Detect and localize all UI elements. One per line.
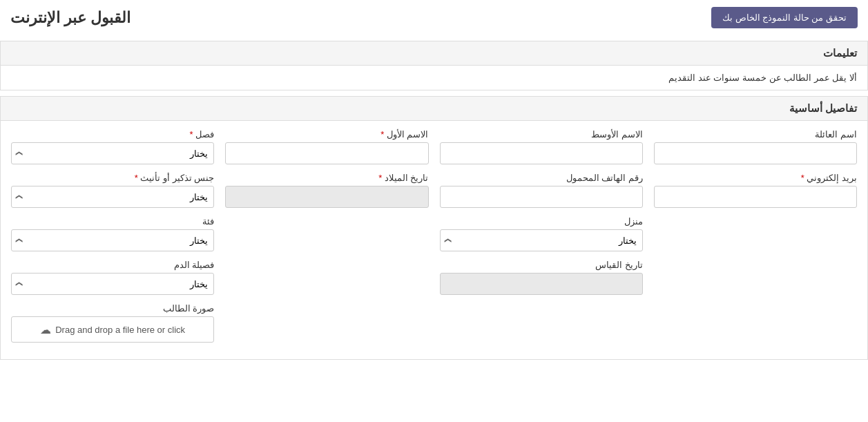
- email-label: بريد إلكتروني *: [654, 173, 857, 183]
- blood-group-select-wrapper: يختار: [11, 273, 214, 295]
- class-required: *: [190, 129, 193, 140]
- residence-select[interactable]: يختار: [440, 229, 643, 251]
- empty-slot-3: [654, 260, 857, 295]
- measurement-date-label: تاريخ القياس: [440, 260, 643, 270]
- last-name-label: اسم العائلة: [654, 129, 857, 140]
- dob-input[interactable]: [225, 186, 428, 208]
- form-row-3: منزل يختار فئة يختار: [11, 216, 857, 251]
- class-select[interactable]: يختار: [11, 142, 214, 164]
- gender-select[interactable]: يختار: [11, 186, 214, 208]
- dob-label: تاريخ الميلاد *: [225, 173, 428, 183]
- empty-slot-1: [654, 216, 857, 251]
- residence-label: منزل: [440, 216, 643, 227]
- blood-group-group: فصيلة الدم يختار: [11, 260, 214, 295]
- student-photo-label: صورة الطالب: [11, 303, 214, 314]
- first-name-group: الاسم الأول *: [225, 129, 428, 164]
- residence-group: منزل يختار: [440, 216, 643, 251]
- empty-slot-5: [654, 303, 857, 343]
- instructions-section: تعليمات ألا يقل عمر الطالب عن خمسة سنوات…: [0, 41, 868, 90]
- first-name-required: *: [380, 129, 384, 140]
- middle-name-group: الاسم الأوسط: [440, 129, 643, 164]
- last-name-group: اسم العائلة: [654, 129, 857, 164]
- form-row-1: اسم العائلة الاسم الأوسط الاسم الأول * ف…: [11, 129, 857, 164]
- instructions-header: تعليمات: [1, 41, 867, 66]
- category-group: فئة يختار: [11, 216, 214, 251]
- email-input[interactable]: [654, 186, 857, 208]
- class-label: فصل *: [11, 129, 214, 140]
- upload-icon: ☁: [40, 323, 51, 336]
- top-bar: تحقق من حالة النموذج الخاص بك القبول عبر…: [0, 0, 868, 35]
- mobile-label: رقم الهاتف المحمول: [440, 173, 643, 183]
- file-drop-zone[interactable]: Drag and drop a file here or click ☁: [11, 316, 214, 343]
- blood-group-select[interactable]: يختار: [11, 273, 214, 295]
- class-group: فصل * يختار: [11, 129, 214, 164]
- gender-required: *: [135, 173, 138, 183]
- dob-group: تاريخ الميلاد *: [225, 173, 428, 208]
- student-photo-group: صورة الطالب Drag and drop a file here or…: [11, 303, 214, 343]
- mobile-group: رقم الهاتف المحمول: [440, 173, 643, 208]
- empty-slot-4: [225, 260, 428, 295]
- gender-select-wrapper: يختار: [11, 186, 214, 208]
- middle-name-input[interactable]: [440, 142, 643, 164]
- empty-slot-2: [225, 216, 428, 251]
- blood-group-label: فصيلة الدم: [11, 260, 214, 270]
- measurement-date-group: تاريخ القياس: [440, 260, 643, 295]
- form-row-2: بريد إلكتروني * رقم الهاتف المحمول تاريخ…: [11, 173, 857, 208]
- category-select[interactable]: يختار: [11, 229, 214, 251]
- basic-details-body: اسم العائلة الاسم الأوسط الاسم الأول * ف…: [1, 121, 867, 359]
- last-name-input[interactable]: [654, 142, 857, 164]
- empty-slot-6: [440, 303, 643, 343]
- email-required: *: [801, 173, 804, 183]
- page-title: القبول عبر الإنترنت: [10, 9, 131, 27]
- category-select-wrapper: يختار: [11, 229, 214, 251]
- residence-select-wrapper: يختار: [440, 229, 643, 251]
- category-label: فئة: [11, 216, 214, 227]
- form-row-4: تاريخ القياس فصيلة الدم يختار: [11, 260, 857, 295]
- basic-details-header: تفاصيل أساسية: [1, 97, 867, 121]
- instructions-text: ألا يقل عمر الطالب عن خمسة سنوات عند الت…: [1, 66, 867, 90]
- file-drop-text: Drag and drop a file here or click: [55, 325, 185, 335]
- gender-group: جنس تذكير أو تأنيث * يختار: [11, 173, 214, 208]
- first-name-input[interactable]: [225, 142, 428, 164]
- empty-slot-7: [225, 303, 428, 343]
- measurement-date-input[interactable]: [440, 273, 643, 295]
- mobile-input[interactable]: [440, 186, 643, 208]
- check-status-button[interactable]: تحقق من حالة النموذج الخاص بك: [711, 7, 858, 28]
- dob-required: *: [378, 173, 382, 183]
- middle-name-label: الاسم الأوسط: [440, 129, 643, 140]
- gender-label: جنس تذكير أو تأنيث *: [11, 173, 214, 183]
- email-group: بريد إلكتروني *: [654, 173, 857, 208]
- form-row-5: صورة الطالب Drag and drop a file here or…: [11, 303, 857, 343]
- basic-details-section: تفاصيل أساسية اسم العائلة الاسم الأوسط ا…: [0, 96, 868, 360]
- class-select-wrapper: يختار: [11, 142, 214, 164]
- first-name-label: الاسم الأول *: [225, 129, 428, 140]
